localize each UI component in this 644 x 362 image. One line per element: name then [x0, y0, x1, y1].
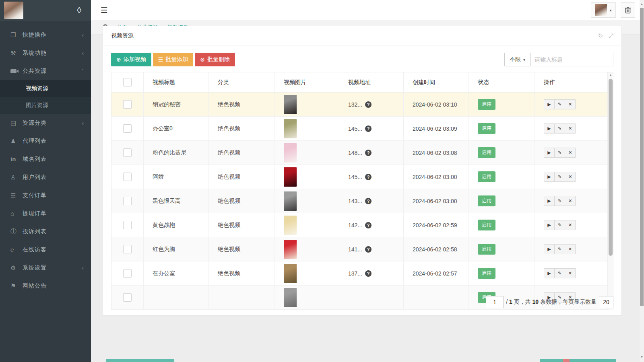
- play-button[interactable]: ▶: [544, 244, 555, 254]
- sidebar-item-domain-list[interactable]: in 域名列表: [0, 150, 91, 168]
- table-scrollbar[interactable]: ▲ ▼: [607, 72, 613, 310]
- play-button[interactable]: ▶: [544, 196, 555, 206]
- hamburger-menu-icon[interactable]: ☰: [101, 5, 108, 15]
- edit-button[interactable]: ✎: [554, 172, 565, 182]
- video-resources-panel: 视频资源 ↻ ⤢ ⊕ 添加视频 ☰ 批量添加 ⊗ 批量删除: [103, 26, 622, 316]
- question-mark-icon[interactable]: ?: [365, 150, 372, 156]
- droplet-logo-icon: ◊: [77, 6, 81, 15]
- scroll-up-icon[interactable]: ▲: [608, 72, 613, 78]
- row-actions: ▶ ✎ ✕: [544, 172, 575, 182]
- sidebar-item-user-list[interactable]: ♙ 用户列表: [0, 168, 91, 186]
- delete-button[interactable]: ✕: [565, 99, 576, 109]
- sidebar-item-resource-categories[interactable]: ▤ 资源分类 ‹: [0, 114, 91, 132]
- video-thumbnail[interactable]: [284, 288, 297, 307]
- edit-button[interactable]: ✎: [554, 220, 565, 230]
- sidebar-header: ◊: [0, 0, 91, 21]
- question-mark-icon[interactable]: ?: [365, 270, 372, 277]
- scrollbar-thumb[interactable]: [640, 8, 644, 306]
- sidebar-item-quick-actions[interactable]: ❐ 快捷操作 ‹: [0, 26, 91, 44]
- delete-button[interactable]: ✕: [565, 268, 576, 278]
- question-mark-icon[interactable]: ?: [365, 246, 372, 253]
- edit-button[interactable]: ✎: [554, 244, 565, 254]
- play-button[interactable]: ▶: [544, 172, 555, 182]
- video-thumbnail[interactable]: [284, 167, 297, 187]
- edit-button[interactable]: ✎: [554, 123, 565, 134]
- row-checkbox[interactable]: [123, 197, 132, 205]
- scrollbar-thumb[interactable]: [609, 79, 613, 256]
- row-checkbox[interactable]: [123, 245, 132, 253]
- row-checkbox[interactable]: [123, 100, 132, 109]
- category-filter-dropdown[interactable]: 不限 ▾: [504, 53, 530, 66]
- page-size-input[interactable]: [599, 296, 613, 308]
- row-checkbox[interactable]: [123, 269, 132, 278]
- video-thumbnail[interactable]: [284, 240, 297, 259]
- question-mark-icon[interactable]: ?: [365, 125, 372, 132]
- sidebar-item-system-settings[interactable]: ⚙ 系统设置 ‹: [0, 259, 91, 277]
- play-button[interactable]: ▶: [544, 220, 555, 230]
- table-row: 红色为胸 绝色视频 141... ? 2024-06-02 02:58 启用 ▶…: [111, 237, 613, 261]
- sidebar-item-image-resources[interactable]: 图片资源: [0, 97, 91, 114]
- video-thumbnail[interactable]: [284, 216, 297, 235]
- delete-button[interactable]: ✕: [565, 172, 576, 182]
- panel-title: 视频资源: [111, 32, 134, 39]
- col-header-title: 视频标题: [144, 72, 209, 92]
- sidebar-item-site-announcement[interactable]: ⚑ 网站公告: [0, 277, 91, 295]
- play-button[interactable]: ▶: [544, 123, 555, 134]
- title-search-input[interactable]: [530, 53, 613, 66]
- play-button[interactable]: ▶: [544, 99, 555, 109]
- edit-button[interactable]: ✎: [554, 148, 565, 158]
- edit-button[interactable]: ✎: [554, 99, 565, 109]
- scroll-down-icon[interactable]: ▼: [640, 355, 644, 359]
- add-video-button[interactable]: ⊕ 添加视频: [111, 53, 151, 66]
- edit-button[interactable]: ✎: [554, 268, 565, 278]
- refresh-icon[interactable]: ↻: [598, 32, 603, 39]
- expand-icon[interactable]: ⤢: [609, 32, 613, 39]
- delete-button[interactable]: ✕: [565, 123, 576, 134]
- sidebar-item-withdrawal-orders[interactable]: ⌂ 提现订单: [0, 204, 91, 222]
- batch-delete-button[interactable]: ⊗ 批量删除: [195, 53, 235, 66]
- sidebar-item-public-resources[interactable]: 公共资源 ˇ: [0, 62, 91, 80]
- col-header-status: 状态: [469, 72, 535, 92]
- avatar: [595, 4, 607, 16]
- video-thumbnail[interactable]: [284, 264, 297, 283]
- sidebar-item-complaint-list[interactable]: ⓘ 投诉列表: [0, 222, 91, 241]
- question-mark-icon[interactable]: ?: [365, 198, 372, 204]
- sidebar-avatar[interactable]: [4, 2, 23, 19]
- play-button[interactable]: ▶: [544, 268, 555, 278]
- question-mark-icon[interactable]: ?: [365, 174, 372, 180]
- video-thumbnail[interactable]: [284, 119, 297, 138]
- video-thumbnail[interactable]: [284, 143, 297, 162]
- batch-add-button[interactable]: ☰ 批量添加: [153, 53, 194, 66]
- video-thumbnail[interactable]: [284, 191, 297, 211]
- sidebar-item-system-functions[interactable]: ⚒ 系统功能 ‹: [0, 44, 91, 62]
- page-number-input[interactable]: [486, 296, 504, 308]
- row-checkbox[interactable]: [123, 124, 132, 133]
- row-actions: ▶ ✎ ✕: [544, 220, 575, 230]
- select-all-checkbox[interactable]: [123, 78, 132, 86]
- video-url: 148...: [348, 150, 362, 156]
- scroll-up-icon[interactable]: ▲: [640, 2, 644, 6]
- video-thumbnail[interactable]: [284, 95, 297, 114]
- row-checkbox[interactable]: [123, 293, 132, 302]
- delete-button[interactable]: ✕: [565, 220, 576, 230]
- delete-button[interactable]: ✕: [565, 244, 576, 254]
- video-title: 黑色恨天高: [144, 189, 209, 213]
- sidebar-item-agent-list[interactable]: ♟ 代理列表: [0, 132, 91, 150]
- sidebar-item-payment-orders[interactable]: ☰ 支付订单: [0, 186, 91, 204]
- row-checkbox[interactable]: [123, 221, 132, 229]
- delete-button[interactable]: ✕: [565, 148, 576, 158]
- edit-button[interactable]: ✎: [554, 196, 565, 206]
- page-scrollbar[interactable]: ▲ ▼: [640, 0, 644, 362]
- sidebar-item-online-visitors[interactable]: ℮ 在线访客: [0, 241, 91, 259]
- row-checkbox[interactable]: [123, 173, 132, 181]
- user-avatar-button[interactable]: ▾: [591, 2, 616, 18]
- question-mark-icon[interactable]: ?: [365, 222, 372, 228]
- question-mark-icon[interactable]: ?: [365, 101, 372, 108]
- trash-button[interactable]: [621, 2, 635, 18]
- play-button[interactable]: ▶: [544, 148, 555, 158]
- sidebar-item-label: 网站公告: [23, 282, 84, 290]
- row-checkbox[interactable]: [123, 148, 132, 157]
- delete-button[interactable]: ✕: [565, 196, 576, 206]
- sidebar-item-video-resources[interactable]: 视频资源: [0, 80, 91, 97]
- status-badge: 启用: [478, 244, 495, 255]
